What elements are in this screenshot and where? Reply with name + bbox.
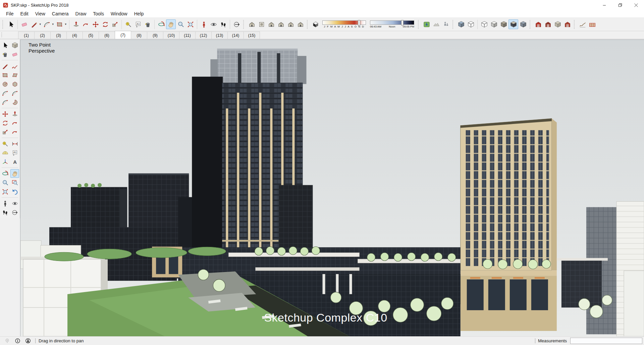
shadow-date-slider-thumb[interactable]: [358, 20, 360, 25]
polygon-icon[interactable]: [10, 80, 19, 88]
walk-icon[interactable]: [1, 208, 9, 217]
two-point-arc-icon[interactable]: [10, 89, 19, 97]
scene-tab-10[interactable]: (10): [163, 31, 179, 39]
scale-icon[interactable]: [1, 128, 9, 136]
orbit-icon[interactable]: [1, 169, 9, 178]
scene-tab-14[interactable]: (14): [227, 31, 244, 39]
zoom-icon[interactable]: [176, 19, 185, 29]
scene-tab-4[interactable]: (4): [66, 31, 83, 39]
right-view-icon[interactable]: [276, 19, 286, 29]
zoom-extents-icon[interactable]: [185, 19, 195, 29]
freehand-icon[interactable]: [10, 62, 19, 70]
extension-warehouse-icon[interactable]: [562, 19, 572, 29]
measurements-input[interactable]: [570, 338, 642, 344]
pie-icon[interactable]: [10, 98, 19, 107]
from-scratch-icon[interactable]: [587, 19, 597, 29]
restore-button[interactable]: [612, 0, 628, 10]
section-plane-icon[interactable]: [232, 19, 241, 29]
follow-me-icon[interactable]: [10, 119, 19, 127]
rotated-rectangle-icon[interactable]: [10, 71, 19, 79]
scene-tab-8[interactable]: (8): [131, 31, 147, 39]
shaded-with-textures-icon[interactable]: [508, 19, 518, 29]
monochrome-icon[interactable]: [518, 19, 528, 29]
geolocation-icon[interactable]: [4, 338, 10, 344]
push-pull-icon[interactable]: [71, 19, 81, 29]
photo-textures-icon[interactable]: [441, 19, 451, 29]
scene-tab-6[interactable]: (6): [99, 31, 115, 39]
from-contours-icon[interactable]: [578, 19, 587, 29]
scene-tab-11[interactable]: (11): [179, 31, 196, 39]
look-around-icon[interactable]: [209, 19, 218, 29]
text-icon[interactable]: [133, 19, 143, 29]
paint-bucket-icon[interactable]: [143, 19, 153, 29]
position-camera-icon[interactable]: [1, 199, 9, 208]
zoom-window-icon[interactable]: [10, 178, 19, 187]
hidden-line-icon[interactable]: [489, 19, 499, 29]
3d-warehouse-icon[interactable]: [533, 19, 543, 29]
pan-icon[interactable]: [10, 169, 19, 178]
scene-tab-12[interactable]: (12): [195, 31, 212, 39]
look-around-icon[interactable]: [10, 199, 19, 208]
model-viewport[interactable]: Two Point Perspective Sketchup Complex C…: [20, 40, 644, 336]
x-ray-icon[interactable]: [456, 19, 466, 29]
orbit-icon[interactable]: [156, 19, 166, 29]
pan-icon[interactable]: [166, 19, 176, 29]
three-point-arc-icon[interactable]: [1, 98, 9, 107]
top-view-icon[interactable]: [257, 19, 266, 29]
shapes-icon[interactable]: [55, 19, 64, 29]
scene-tab-1[interactable]: (1): [18, 31, 35, 39]
protractor-icon[interactable]: [1, 148, 9, 157]
scene-tab-15[interactable]: (15): [244, 31, 260, 39]
rectangle-icon[interactable]: [1, 71, 9, 79]
select-icon[interactable]: [6, 19, 16, 29]
section-plane-icon[interactable]: [10, 208, 19, 217]
add-location-icon[interactable]: [422, 19, 431, 29]
select-icon[interactable]: [1, 41, 9, 50]
scene-tab-3[interactable]: (3): [50, 31, 67, 39]
share-component-icon[interactable]: [553, 19, 562, 29]
share-model-icon[interactable]: [543, 19, 553, 29]
paint-bucket-icon[interactable]: [1, 50, 9, 59]
menu-window[interactable]: Window: [107, 10, 131, 17]
axes-icon[interactable]: [1, 157, 9, 166]
line-icon[interactable]: [1, 62, 9, 70]
wireframe-icon[interactable]: [479, 19, 489, 29]
menu-file[interactable]: File: [3, 10, 17, 17]
back-view-icon[interactable]: [286, 19, 296, 29]
dimension-icon[interactable]: [10, 139, 19, 148]
menu-edit[interactable]: Edit: [17, 10, 32, 17]
tape-measure-icon[interactable]: [123, 19, 133, 29]
3d-text-icon[interactable]: [10, 157, 19, 166]
previous-icon[interactable]: [10, 187, 19, 196]
line-icon[interactable]: [29, 19, 39, 29]
scene-tab-13[interactable]: (13): [211, 31, 228, 39]
shadow-time-slider[interactable]: 06:43 AMNoon05:05 PM: [370, 20, 414, 28]
scene-tab-2[interactable]: (2): [34, 31, 51, 39]
sign-in-icon[interactable]: [24, 338, 31, 344]
make-component-icon[interactable]: [10, 41, 19, 50]
menu-tools[interactable]: Tools: [90, 10, 107, 17]
menu-draw[interactable]: Draw: [72, 10, 90, 17]
shadow-date-slider[interactable]: J F M A M J J A S O N D: [322, 20, 366, 28]
eraser-icon[interactable]: [19, 19, 29, 29]
move-icon[interactable]: [91, 19, 100, 29]
toggle-terrain-icon[interactable]: [431, 19, 441, 29]
scene-tab-7[interactable]: (7): [115, 31, 131, 39]
front-view-icon[interactable]: [266, 19, 276, 29]
minimize-button[interactable]: [597, 0, 612, 10]
move-icon[interactable]: [1, 110, 9, 118]
tape-measure-icon[interactable]: [1, 139, 9, 148]
scene-tab-5[interactable]: (5): [83, 31, 99, 39]
menu-view[interactable]: View: [32, 10, 49, 17]
iso-view-icon[interactable]: [247, 19, 257, 29]
arc-icon[interactable]: [1, 89, 9, 97]
zoom-extents-icon[interactable]: [1, 187, 9, 196]
offset-icon[interactable]: [10, 128, 19, 136]
position-camera-icon[interactable]: [199, 19, 209, 29]
left-view-icon[interactable]: [296, 19, 305, 29]
shadow-time-slider-thumb[interactable]: [401, 20, 404, 25]
text-icon[interactable]: [10, 148, 19, 157]
scene-tab-9[interactable]: (9): [147, 31, 163, 39]
zoom-icon[interactable]: [1, 178, 9, 187]
shadows-toggle-icon[interactable]: [311, 19, 320, 29]
